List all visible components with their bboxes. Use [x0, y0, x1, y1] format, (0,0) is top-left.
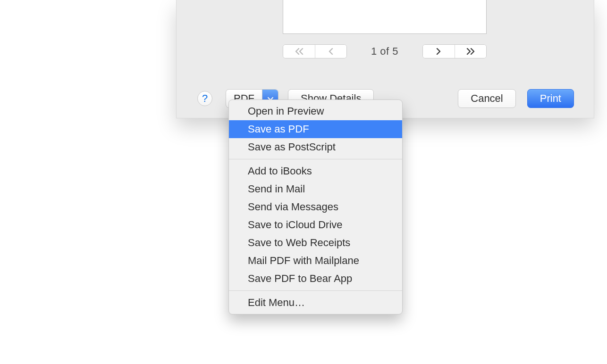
pager-forward-group — [422, 44, 487, 58]
menu-item[interactable]: Save to Web Receipts — [229, 234, 402, 252]
prev-page-button[interactable] — [315, 45, 346, 58]
chevron-double-right-icon — [465, 48, 476, 55]
menu-item[interactable]: Save as PostScript — [229, 138, 402, 156]
first-page-button[interactable] — [283, 45, 315, 58]
pdf-dropdown-menu: Open in PreviewSave as PDFSave as PostSc… — [228, 99, 403, 314]
page-preview — [283, 0, 487, 34]
cancel-button[interactable]: Cancel — [458, 89, 515, 108]
chevron-right-icon — [435, 48, 442, 55]
last-page-button[interactable] — [455, 45, 486, 58]
question-icon: ? — [202, 92, 208, 105]
menu-item[interactable]: Save to iCloud Drive — [229, 216, 402, 234]
pager-row: 1 of 5 — [283, 44, 487, 58]
print-button[interactable]: Print — [527, 89, 574, 108]
menu-item[interactable]: Save PDF to Bear App — [229, 270, 402, 288]
menu-separator — [229, 159, 402, 159]
help-button[interactable]: ? — [197, 91, 212, 106]
chevron-double-left-icon — [294, 48, 305, 55]
menu-item[interactable]: Open in Preview — [229, 102, 402, 120]
menu-item[interactable]: Send in Mail — [229, 180, 402, 198]
chevron-left-icon — [328, 48, 334, 55]
menu-separator — [229, 290, 402, 291]
menu-item[interactable]: Mail PDF with Mailplane — [229, 252, 402, 270]
menu-item[interactable]: Save as PDF — [229, 120, 402, 138]
page-indicator: 1 of 5 — [371, 45, 398, 58]
pager-back-group — [283, 44, 347, 58]
next-page-button[interactable] — [423, 45, 455, 58]
menu-item[interactable]: Edit Menu… — [229, 294, 402, 312]
menu-item[interactable]: Send via Messages — [229, 198, 402, 216]
menu-item[interactable]: Add to iBooks — [229, 162, 402, 180]
